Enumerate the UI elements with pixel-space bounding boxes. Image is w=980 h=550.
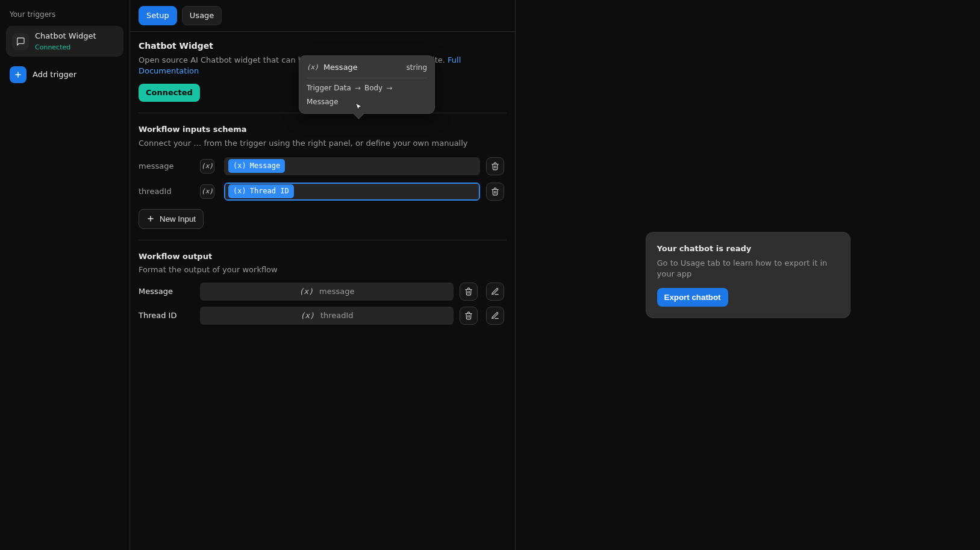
inputs-schema-subtitle: Connect your … from the trigger using th… [139, 138, 507, 149]
breadcrumb-item: Trigger Data [307, 83, 351, 93]
sidebar-item-status: Connected [35, 43, 96, 52]
input-name: message [139, 161, 194, 172]
divider [139, 240, 507, 240]
breadcrumb-item: Message [307, 97, 339, 107]
right-panel: Your chatbot is ready Go to Usage tab to… [516, 0, 980, 550]
variable-icon: (x) [300, 310, 314, 321]
arrow-icon: → [386, 83, 392, 93]
input-row-message: message (x) (x) Message [139, 157, 507, 175]
output-name: Thread ID [139, 310, 194, 321]
breadcrumb-item: Body [364, 83, 382, 93]
output-name: Message [139, 286, 194, 297]
popover-left: (x) Message [307, 62, 358, 73]
outputs-section: Workflow output Format the output of you… [139, 251, 507, 325]
pill-prefix: (x) [233, 186, 246, 196]
plus-icon [10, 66, 27, 83]
input-name: threadId [139, 186, 194, 197]
variable-popover[interactable]: (x) Message string Trigger Data → Body →… [299, 55, 435, 114]
sidebar: Your triggers Chatbot Widget Connected A… [0, 0, 130, 550]
delete-output-button[interactable] [460, 283, 478, 301]
inputs-schema-title: Workflow inputs schema [139, 124, 507, 135]
pill-label: Message [250, 161, 281, 171]
sidebar-item-label: Chatbot Widget [35, 31, 96, 42]
popover-title: Message [323, 62, 358, 73]
add-trigger-label: Add trigger [33, 69, 76, 80]
tab-setup[interactable]: Setup [139, 6, 177, 25]
output-value-field[interactable]: (x) threadId [200, 307, 454, 325]
connected-badge[interactable]: Connected [139, 84, 200, 102]
add-trigger-button[interactable]: Add trigger [6, 63, 123, 87]
variable-icon[interactable]: (x) [200, 184, 214, 199]
output-value: threadId [320, 310, 354, 321]
variable-icon[interactable]: (x) [200, 159, 214, 173]
app-root: Your triggers Chatbot Widget Connected A… [0, 0, 980, 550]
arrow-icon: → [355, 83, 361, 93]
chat-icon [12, 33, 29, 50]
variable-icon: (x) [299, 286, 313, 297]
pill-label: Thread ID [250, 186, 289, 196]
pill-prefix: (x) [233, 161, 246, 171]
output-row-threadid: Thread ID (x) threadId [139, 307, 507, 325]
main: Setup Usage Chatbot Widget Open source A… [130, 0, 980, 550]
delete-input-button[interactable] [486, 157, 504, 175]
sidebar-item-chatbot-widget[interactable]: Chatbot Widget Connected [6, 26, 123, 57]
new-input-label: New Input [160, 214, 196, 223]
delete-output-button[interactable] [460, 307, 478, 325]
sidebar-title: Your triggers [6, 7, 123, 26]
output-row-message: Message (x) message [139, 283, 507, 301]
inputs-schema: Workflow inputs schema Connect your … fr… [139, 124, 507, 228]
value-pill[interactable]: (x) Thread ID [228, 184, 294, 198]
ready-card: Your chatbot is ready Go to Usage tab to… [646, 232, 850, 319]
output-value-field[interactable]: (x) message [200, 283, 454, 301]
new-input-button[interactable]: New Input [139, 209, 204, 229]
delete-input-button[interactable] [486, 183, 504, 201]
popover-divider [307, 78, 427, 78]
connected-label: Connected [146, 87, 193, 98]
variable-icon: (x) [307, 63, 319, 72]
card-title: Your chatbot is ready [657, 243, 839, 254]
input-value-field[interactable]: (x) Thread ID [224, 183, 480, 201]
edit-output-button[interactable] [486, 307, 504, 325]
page-title: Chatbot Widget [139, 40, 507, 52]
tab-usage[interactable]: Usage [182, 6, 222, 25]
sidebar-item-meta: Chatbot Widget Connected [35, 31, 96, 52]
popover-path: Trigger Data → Body → Message [307, 83, 427, 107]
outputs-title: Workflow output [139, 251, 507, 262]
popover-type: string [407, 63, 427, 73]
tabs: Setup Usage [130, 0, 515, 31]
center-panel: Setup Usage Chatbot Widget Open source A… [130, 0, 516, 550]
output-value: message [319, 286, 354, 297]
input-rows: message (x) (x) Message [139, 157, 507, 201]
output-rows: Message (x) message [139, 283, 507, 325]
edit-output-button[interactable] [486, 283, 504, 301]
value-pill[interactable]: (x) Message [228, 159, 285, 173]
input-value-field[interactable]: (x) Message [224, 157, 480, 175]
export-chatbot-button[interactable]: Export chatbot [657, 288, 728, 307]
outputs-subtitle: Format the output of your workflow [139, 264, 507, 275]
input-row-threadid: threadId (x) (x) Thread ID [139, 183, 507, 201]
popover-header: (x) Message string [307, 62, 427, 73]
card-desc: Go to Usage tab to learn how to export i… [657, 258, 839, 280]
